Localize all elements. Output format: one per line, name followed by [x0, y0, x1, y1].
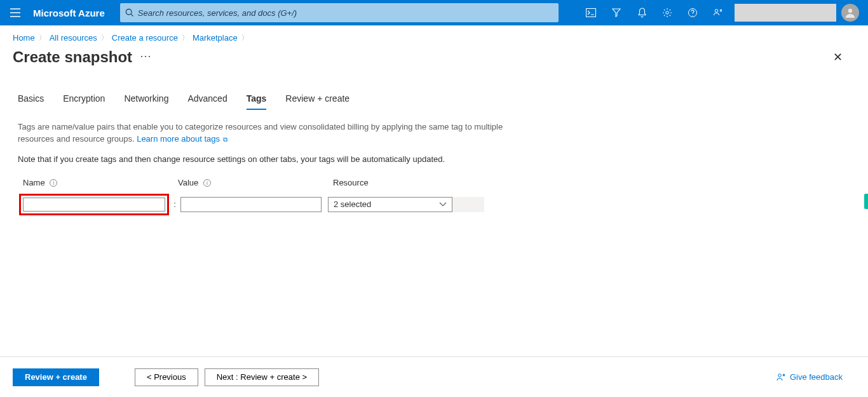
- column-header-name: Name i: [18, 178, 178, 187]
- svg-point-5: [848, 9, 852, 13]
- svg-point-2: [666, 11, 668, 14]
- chevron-right-icon: 〉: [39, 33, 46, 43]
- topbar-actions: [578, 0, 863, 25]
- directories-filter-icon[interactable]: [604, 0, 629, 25]
- tag-value-input[interactable]: [180, 197, 322, 212]
- footer: Review + create < Previous Next : Review…: [0, 356, 868, 397]
- chevron-right-icon: 〉: [241, 33, 248, 43]
- tab-advanced[interactable]: Advanced: [187, 93, 227, 110]
- avatar[interactable]: [841, 4, 859, 22]
- more-actions-icon[interactable]: ⋯: [140, 49, 152, 63]
- side-tab-indicator[interactable]: [864, 194, 868, 209]
- settings-icon[interactable]: [654, 0, 680, 25]
- page-header: Create snapshot ⋯ ✕: [0, 46, 868, 73]
- tag-name-highlight: [19, 194, 169, 215]
- tags-description-text: Tags are name/value pairs that enable yo…: [18, 122, 503, 144]
- brand-label[interactable]: Microsoft Azure: [25, 8, 114, 18]
- chevron-right-icon: 〉: [182, 33, 189, 43]
- topbar: Microsoft Azure: [0, 0, 868, 25]
- tag-row-trailing: [452, 197, 484, 212]
- svg-point-0: [126, 9, 132, 15]
- tab-tags[interactable]: Tags: [247, 93, 267, 110]
- breadcrumb-home[interactable]: Home: [13, 33, 35, 43]
- tabs: Basics Encryption Networking Advanced Ta…: [0, 73, 868, 110]
- give-feedback-label: Give feedback: [790, 372, 843, 382]
- tag-resource-selected-label: 2 selected: [334, 199, 371, 209]
- global-search[interactable]: [120, 3, 559, 22]
- tab-encryption[interactable]: Encryption: [63, 93, 105, 110]
- tags-description: Tags are name/value pairs that enable yo…: [18, 121, 503, 145]
- previous-button[interactable]: < Previous: [135, 368, 198, 386]
- breadcrumb-marketplace[interactable]: Marketplace: [193, 33, 238, 43]
- tag-row: : 2 selected: [18, 194, 503, 215]
- info-icon[interactable]: i: [203, 179, 211, 187]
- info-icon[interactable]: i: [50, 179, 57, 187]
- tag-headers: Name i Value i Resource: [18, 178, 503, 187]
- tag-name-input[interactable]: [23, 198, 165, 212]
- next-button[interactable]: Next : Review + create >: [205, 368, 319, 386]
- chevron-down-icon: [439, 202, 447, 207]
- notifications-icon[interactable]: [629, 0, 654, 25]
- column-header-resource: Resource: [327, 178, 454, 187]
- tab-basics[interactable]: Basics: [18, 93, 44, 110]
- feedback-person-icon: [776, 372, 786, 382]
- tab-networking[interactable]: Networking: [124, 93, 168, 110]
- search-input[interactable]: [134, 8, 553, 18]
- tag-grid: Name i Value i Resource : 2 selected: [18, 178, 503, 215]
- breadcrumb: Home 〉 All resources 〉 Create a resource…: [0, 25, 868, 46]
- tab-review-create[interactable]: Review + create: [285, 93, 349, 110]
- tag-resource-select[interactable]: 2 selected: [328, 197, 452, 212]
- svg-point-4: [715, 10, 718, 13]
- search-icon: [125, 8, 134, 17]
- svg-point-6: [778, 373, 782, 377]
- external-link-icon: ⧉: [221, 136, 227, 143]
- page-title: Create snapshot: [13, 48, 132, 66]
- chevron-right-icon: 〉: [101, 33, 108, 43]
- learn-more-link[interactable]: Learn more about tags ⧉: [137, 134, 227, 144]
- give-feedback-link[interactable]: Give feedback: [776, 372, 843, 382]
- cloud-shell-icon[interactable]: [578, 0, 604, 25]
- account-info-placeholder[interactable]: [735, 4, 836, 22]
- tab-content: Tags are name/value pairs that enable yo…: [0, 110, 521, 227]
- review-create-button[interactable]: Review + create: [13, 368, 99, 386]
- svg-rect-1: [587, 9, 596, 17]
- help-icon[interactable]: [680, 0, 705, 25]
- tags-note: Note that if you create tags and then ch…: [18, 154, 503, 164]
- close-icon[interactable]: ✕: [827, 46, 849, 68]
- tag-separator: :: [169, 199, 180, 209]
- column-header-value: Value i: [178, 178, 327, 187]
- feedback-icon[interactable]: [705, 0, 731, 25]
- breadcrumb-all-resources[interactable]: All resources: [50, 33, 97, 43]
- hamburger-menu-icon[interactable]: [5, 3, 25, 23]
- breadcrumb-create-resource[interactable]: Create a resource: [112, 33, 178, 43]
